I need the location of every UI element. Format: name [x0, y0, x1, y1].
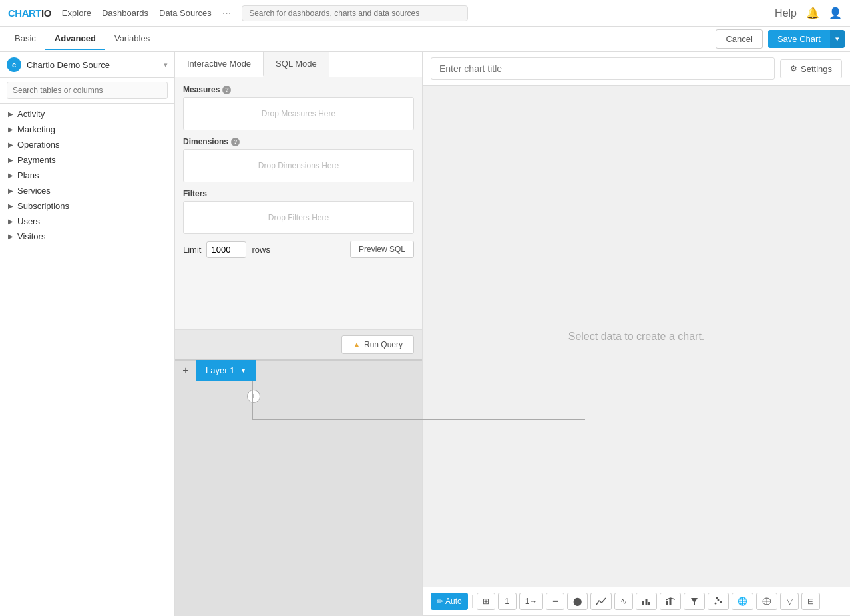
run-query-bar: ▲ Run Query: [175, 329, 422, 359]
tree-item-label: Subscriptions: [17, 201, 69, 211]
datasource-name: Chartio Demo Source: [27, 60, 158, 70]
auto-label: Auto: [445, 597, 462, 606]
help-link[interactable]: Help: [775, 7, 797, 19]
chart-tool-table[interactable]: ⊞: [477, 593, 495, 610]
table-tree: ▶ Activity ▶ Marketing ▶ Operations ▶ Pa…: [0, 104, 174, 616]
layer-tab-1[interactable]: Layer 1 ▼: [196, 360, 256, 381]
toolbar-separator: [472, 595, 473, 608]
filters-label: Filters: [183, 189, 414, 198]
tree-item-operations[interactable]: ▶ Operations: [0, 137, 174, 152]
preview-sql-button[interactable]: Preview SQL: [350, 241, 414, 258]
tree-item-activity[interactable]: ▶ Activity: [0, 106, 174, 122]
measures-drop-text: Drop Measures Here: [262, 109, 335, 118]
save-chart-button[interactable]: Save Chart: [768, 30, 830, 48]
chart-tool-combo[interactable]: [660, 593, 681, 610]
below-layers-inner: +: [175, 381, 422, 617]
tree-item-visitors[interactable]: ▶ Visitors: [0, 229, 174, 244]
measures-drop-zone[interactable]: Drop Measures Here: [183, 97, 414, 130]
warning-icon: ▲: [353, 340, 361, 349]
tab-variables[interactable]: Variables: [105, 28, 159, 50]
chart-tool-bar[interactable]: ━: [546, 593, 564, 610]
tree-item-label: Payments: [17, 155, 56, 165]
sql-mode-tab[interactable]: SQL Mode: [264, 52, 329, 77]
chart-tool-pivot[interactable]: ⊟: [801, 593, 820, 610]
chart-tool-line[interactable]: ∿: [614, 593, 633, 610]
chart-title-bar: ⚙ Settings: [423, 52, 850, 86]
save-btn-group: Save Chart ▾: [768, 30, 845, 48]
table-search-input[interactable]: [7, 82, 168, 99]
tab-advanced[interactable]: Advanced: [45, 28, 105, 50]
chart-tool-single-value[interactable]: 1: [498, 593, 517, 610]
auto-icon: ✏: [437, 597, 443, 606]
dimensions-help-icon[interactable]: ?: [231, 138, 240, 146]
dashboards-link[interactable]: Dashboards: [102, 8, 148, 18]
notifications-icon[interactable]: 🔔: [806, 7, 819, 19]
chart-tool-filter[interactable]: ▽: [780, 593, 799, 610]
datasource-selector[interactable]: c Chartio Demo Source ▾: [0, 52, 174, 78]
chart-tool-single-value-trend[interactable]: 1→: [519, 593, 544, 610]
tree-item-subscriptions[interactable]: ▶ Subscriptions: [0, 198, 174, 214]
chart-empty-text: Select data to create a chart.: [568, 331, 705, 343]
tree-item-marketing[interactable]: ▶ Marketing: [0, 122, 174, 137]
filters-section: Filters Drop Filters Here: [183, 189, 414, 234]
center-panel: Interactive Mode SQL Mode Measures ? Dro…: [175, 52, 423, 616]
dimensions-label: Dimensions ?: [183, 137, 414, 146]
add-layer-button[interactable]: +: [175, 360, 196, 381]
chart-tool-area[interactable]: [590, 593, 612, 610]
rows-label: rows: [252, 245, 270, 255]
chart-tool-world-map[interactable]: 🌐: [732, 593, 753, 610]
add-datasource-button[interactable]: +: [247, 390, 260, 403]
tree-caret-icon: ▶: [8, 187, 13, 194]
svg-point-8: [720, 601, 722, 603]
user-icon[interactable]: 👤: [829, 7, 842, 19]
svg-marker-5: [691, 598, 698, 605]
chart-tool-auto[interactable]: ✏ Auto: [431, 593, 468, 610]
tree-item-label: Operations: [17, 140, 60, 150]
measures-help-icon[interactable]: ?: [222, 86, 231, 94]
tree-caret-icon: ▶: [8, 141, 13, 148]
chart-tool-funnel[interactable]: [684, 593, 705, 610]
tree-item-payments[interactable]: ▶ Payments: [0, 152, 174, 168]
mode-tabs: Interactive Mode SQL Mode: [175, 52, 422, 77]
explore-link[interactable]: Explore: [62, 8, 91, 18]
datasources-link[interactable]: Data Sources: [159, 8, 212, 18]
tree-caret-icon: ▶: [8, 202, 13, 210]
chart-title-input[interactable]: [431, 57, 775, 80]
tree-item-plans[interactable]: ▶ Plans: [0, 168, 174, 183]
below-layers: +: [175, 381, 422, 617]
datasource-icon: c: [7, 57, 21, 72]
chart-tool-pie[interactable]: ⬤: [567, 593, 588, 610]
filters-drop-zone[interactable]: Drop Filters Here: [183, 201, 414, 234]
global-search-input[interactable]: [242, 5, 468, 21]
query-area: Measures ? Drop Measures Here Dimensions…: [175, 77, 422, 329]
cancel-button[interactable]: Cancel: [716, 29, 762, 49]
layer-caret-icon: ▼: [240, 367, 246, 374]
layers-bar: + Layer 1 ▼: [175, 359, 422, 381]
tree-item-users[interactable]: ▶ Users: [0, 214, 174, 229]
right-panel: ⚙ Settings Select data to create a chart…: [423, 52, 850, 616]
datasource-caret-icon: ▾: [164, 61, 168, 69]
settings-button[interactable]: ⚙ Settings: [780, 59, 842, 78]
chart-tool-column[interactable]: [636, 593, 657, 610]
chart-tool-us-map[interactable]: [756, 593, 777, 610]
tree-caret-icon: ▶: [8, 172, 13, 179]
run-query-button[interactable]: ▲ Run Query: [341, 335, 414, 354]
svg-point-7: [718, 599, 720, 601]
left-panel: c Chartio Demo Source ▾ ▶ Activity ▶ Mar…: [0, 52, 175, 616]
tab-basic[interactable]: Basic: [5, 28, 45, 50]
tree-item-label: Activity: [17, 109, 45, 119]
chart-tool-scatter[interactable]: [708, 593, 729, 610]
svg-rect-3: [666, 601, 668, 605]
interactive-mode-tab[interactable]: Interactive Mode: [175, 52, 264, 77]
save-chart-caret[interactable]: ▾: [830, 30, 845, 48]
chart-toolbar: ✏ Auto ⊞ 1 1→ ━ ⬤ ∿: [423, 587, 850, 616]
tab-actions: Cancel Save Chart ▾: [716, 29, 845, 49]
more-nav-icon[interactable]: ···: [222, 7, 231, 19]
limit-input[interactable]: [206, 241, 246, 258]
tree-item-services[interactable]: ▶ Services: [0, 183, 174, 198]
tree-caret-icon: ▶: [8, 233, 13, 240]
dimensions-drop-zone[interactable]: Drop Dimensions Here: [183, 149, 414, 182]
gear-icon: ⚙: [790, 64, 797, 73]
top-nav: CHARTIO Explore Dashboards Data Sources …: [0, 0, 850, 27]
layer-connector: [252, 381, 253, 420]
